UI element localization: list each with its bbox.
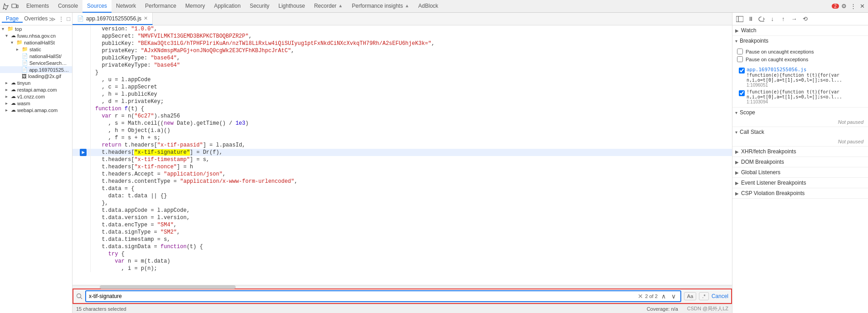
csp-label: CSP Violation Breakpoints [741, 190, 805, 196]
code-editor[interactable]: version: "1.0.0", appSecret: "NMVFVILMKT… [73, 25, 732, 285]
search-match-case-btn[interactable]: Aa [684, 292, 696, 300]
panel-section-watch-header[interactable]: ▶ Watch [732, 25, 868, 35]
domain-icon: ☁ [11, 100, 16, 106]
tree-item-servicesearch[interactable]: 📄 ServiceSearchMod [0, 59, 72, 66]
step-btn[interactable]: → [790, 15, 799, 24]
tree-item-restapi[interactable]: ▸ ☁ restapi.amap.com [0, 86, 72, 93]
sidebar-tab-page[interactable]: Page [2, 15, 23, 23]
tab-network[interactable]: Network [112, 0, 141, 13]
panel-section-global: ▶ Global Listeners [732, 167, 868, 178]
branding: CSDN @局外人LZ [687, 305, 728, 312]
code-line: , d = l.privateKey; [73, 98, 732, 105]
bp2-checkbox[interactable] [739, 90, 745, 96]
panel-section-breakpoints-header[interactable]: ▾ Breakpoints [732, 36, 868, 46]
code-file-tabs: 📄 app.1697015255056.js ✕ [73, 13, 732, 25]
tab-performance-insights[interactable]: Performance insights ▲ [347, 0, 414, 13]
device-toggle-icon[interactable] [11, 2, 19, 10]
tree-item-tinyun[interactable]: ▸ ☁ tinyun [0, 79, 72, 86]
tree-item-fuwu[interactable]: ▾ ☁ fuwu.nhsa.gov.cn [0, 32, 72, 39]
sidebar-tab-overrides[interactable]: Overrides [24, 15, 48, 23]
tree-item-nationalhall[interactable]: ▾ 📁 nationalHallSt [0, 39, 72, 46]
tab-recorder[interactable]: Recorder ▲ [310, 0, 347, 13]
close-icon[interactable]: ✕ [858, 2, 866, 10]
pause-caught-checkbox[interactable] [737, 56, 743, 62]
tree-item-webapi[interactable]: ▸ ☁ webapi.amap.com [0, 107, 72, 113]
inspect-icon[interactable] [2, 2, 10, 10]
tab-elements[interactable]: Elements [22, 0, 53, 13]
pause-uncaught-checkbox[interactable] [737, 49, 743, 54]
code-line: t.data.signData = function(t) { [73, 243, 732, 250]
code-line: , h = l.publicKey [73, 91, 732, 98]
code-lines: version: "1.0.0", appSecret: "NMVFVILMKT… [73, 25, 732, 272]
settings-icon[interactable]: ⚙ [840, 2, 848, 10]
more-icon[interactable]: ⋮ [849, 2, 857, 10]
file-tree: ▾ 📁 top ▾ ☁ fuwu.nhsa.gov.cn ▾ 📁 nationa… [0, 25, 72, 313]
search-cancel-btn[interactable]: Cancel [712, 293, 728, 299]
code-line: t.headers.contentType = "application/x-w… [73, 178, 732, 185]
pause-btn[interactable]: ⏸ [746, 15, 755, 24]
sidebar-more-icon[interactable]: ≫ [49, 15, 56, 23]
status-bar-right: Coverage: n/a CSDN @局外人LZ [647, 305, 728, 312]
tab-lighthouse[interactable]: Lighthouse [274, 0, 310, 13]
code-line: } [73, 69, 732, 76]
tree-item-loading-gif[interactable]: 🖼 loading@2x.gif [0, 73, 72, 79]
execution-arrow: ▶ [80, 149, 87, 156]
tab-file-icon: 📄 [77, 15, 84, 22]
tab-memory[interactable]: Memory [181, 0, 209, 13]
tab-adblock[interactable]: AdBlock [414, 0, 443, 13]
step-out-btn[interactable]: ↑ [779, 15, 788, 24]
panel-section-dom-header[interactable]: ▶ DOM Breakpoints [732, 157, 868, 167]
panel-section-scope-header[interactable]: ▾ Scope [732, 108, 868, 117]
sidebar-layout-icon[interactable]: □ [67, 15, 70, 22]
panel-section-csp-header[interactable]: ▶ CSP Violation Breakpoints [732, 188, 868, 198]
deactivate-breakpoints-btn[interactable]: ⟲ [800, 15, 810, 24]
scrollbar-thumb[interactable] [100, 285, 236, 289]
step-into-btn[interactable]: ↓ [768, 15, 777, 24]
search-prev-btn[interactable]: ∧ [659, 292, 668, 301]
tab-console[interactable]: Console [53, 0, 82, 13]
code-line: t.headers["x-tif-nonce"] = h [73, 163, 732, 171]
panel-section-event-header[interactable]: ▶ Event Listener Breakpoints [732, 178, 868, 188]
breakpoint-item-1: app.1697015255056.js !function(e){functi… [737, 66, 863, 88]
tree-item-v1cnzz[interactable]: ▸ ☁ v1.cnzz.com [0, 93, 72, 100]
tree-item-nationalhallst-file[interactable]: 📄 nationalHallSt/ [0, 53, 72, 59]
panel-section-xhr-header[interactable]: ▶ XHR/fetch Breakpoints [732, 147, 868, 156]
tab-close-btn[interactable]: ✕ [144, 15, 148, 21]
bp2-snippet: !function(e){function t(t){for(var n,i,o… [747, 89, 862, 99]
domain-icon: ☁ [11, 107, 16, 113]
horizontal-scrollbar[interactable] [73, 285, 732, 289]
recorder-icon: ▲ [338, 3, 343, 8]
panel-section-watch: ▶ Watch [732, 25, 868, 36]
search-result-count: 2 of 2 [645, 293, 658, 299]
search-regex-btn[interactable]: .* [699, 292, 708, 300]
svg-rect-1 [17, 5, 18, 8]
scope-arrow-icon: ▾ [735, 110, 737, 115]
search-input[interactable] [89, 293, 636, 299]
code-file-tab-app[interactable]: 📄 app.1697015255056.js ✕ [73, 13, 153, 25]
tab-security[interactable]: Security [245, 0, 274, 13]
image-file-icon: 🖼 [22, 73, 27, 79]
panel-toggle-btn[interactable] [735, 15, 744, 24]
callstack-arrow-icon: ▾ [735, 130, 737, 135]
devtools-main: Page Overrides ≫ ⋮ □ ▾ 📁 top ▾ ☁ fuwu.nh… [0, 13, 868, 313]
sidebar-options-icon[interactable]: ⋮ [58, 15, 64, 23]
code-line: t.data.signType = "SM2", [73, 229, 732, 236]
xhr-arrow-icon: ▶ [735, 149, 739, 154]
tree-item-static[interactable]: ▸ 📁 static [0, 46, 72, 53]
tab-application[interactable]: Application [209, 0, 245, 13]
breakpoints-label: Breakpoints [740, 38, 768, 44]
code-line: function f(t) { [73, 105, 732, 112]
code-line: t.data.version = l.version, [73, 214, 732, 221]
tree-item-top[interactable]: ▾ 📁 top [0, 25, 72, 32]
panel-section-global-header[interactable]: ▶ Global Listeners [732, 167, 868, 177]
bp1-checkbox[interactable] [739, 68, 745, 73]
search-next-btn[interactable]: ∨ [669, 292, 678, 301]
tree-item-wasm[interactable]: ▸ ☁ wasm [0, 100, 72, 107]
search-clear-btn[interactable]: ✕ [638, 293, 643, 300]
tree-item-app-js[interactable]: 📄 app.169701525505 [0, 66, 72, 73]
search-input-wrapper[interactable]: ✕ 2 of 2 ∧ ∨ [85, 290, 681, 302]
tab-sources[interactable]: Sources [82, 0, 112, 13]
step-over-btn[interactable] [757, 15, 766, 24]
tab-performance[interactable]: Performance [141, 0, 181, 13]
panel-section-callstack-header[interactable]: ▾ Call Stack [732, 127, 868, 137]
